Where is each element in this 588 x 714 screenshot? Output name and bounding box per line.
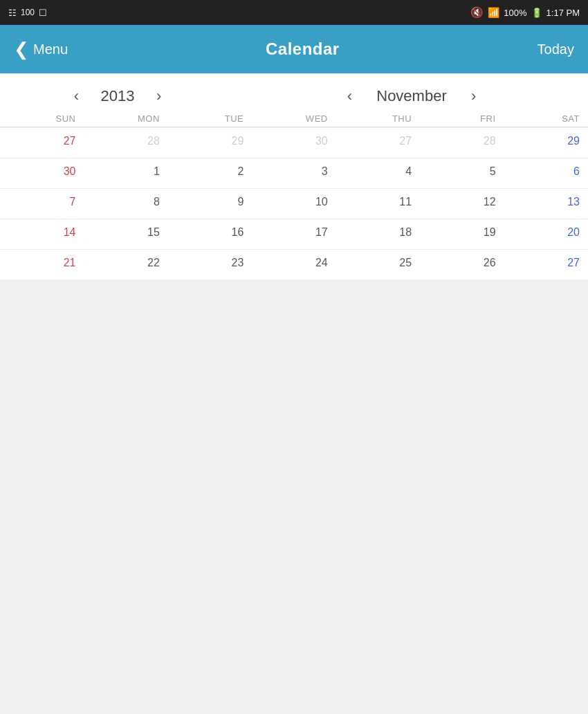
cal-cell[interactable]: 6 bbox=[504, 158, 588, 188]
cal-cell[interactable]: 24 bbox=[252, 249, 336, 280]
cal-cell[interactable]: 30 bbox=[252, 127, 336, 158]
cal-cell[interactable]: 10 bbox=[252, 188, 336, 219]
day-header-sun: SUN bbox=[0, 113, 84, 124]
year-label: 2013 bbox=[97, 87, 138, 105]
year-nav: ‹ 2013 › bbox=[0, 84, 235, 108]
cal-cell[interactable]: 23 bbox=[168, 249, 252, 280]
cal-cell[interactable]: 19 bbox=[420, 219, 504, 249]
muted-icon: 🔇 bbox=[470, 6, 484, 19]
month-label: November bbox=[370, 87, 453, 105]
cal-cell[interactable]: 28 bbox=[420, 127, 504, 158]
cal-cell[interactable]: 27 bbox=[336, 127, 420, 158]
cal-cell[interactable]: 20 bbox=[504, 219, 588, 249]
cal-cell[interactable]: 18 bbox=[336, 219, 420, 249]
cal-cell[interactable]: 12 bbox=[420, 188, 504, 219]
status-right-icons: 🔇 📶 100% 🔋 1:17 PM bbox=[470, 6, 580, 19]
time-display: 1:17 PM bbox=[546, 8, 580, 18]
prev-month-button[interactable]: ‹ bbox=[340, 84, 359, 108]
cal-cell[interactable]: 29 bbox=[168, 127, 252, 158]
wifi-icon: 📶 bbox=[488, 7, 499, 18]
status-bar: ☷ 100 ☐ 🔇 📶 100% 🔋 1:17 PM bbox=[0, 0, 588, 25]
today-button[interactable]: Today bbox=[538, 42, 574, 57]
cal-cell[interactable]: 2 bbox=[168, 158, 252, 188]
cal-cell[interactable]: 28 bbox=[84, 127, 167, 158]
cal-cell[interactable]: 14 bbox=[0, 219, 84, 249]
cal-cell[interactable]: 21 bbox=[0, 249, 84, 280]
menu-label[interactable]: Menu bbox=[33, 42, 68, 57]
cal-cell[interactable]: 27 bbox=[504, 249, 588, 280]
battery-label: 100% bbox=[504, 8, 526, 18]
cal-cell[interactable]: 30 bbox=[0, 158, 84, 188]
calendar-grid: 2728293027282930123456789101112131415161… bbox=[0, 127, 588, 280]
day-header-sat: SAT bbox=[504, 113, 588, 124]
cal-cell[interactable]: 22 bbox=[84, 249, 167, 280]
next-month-button[interactable]: › bbox=[464, 84, 483, 108]
cal-cell[interactable]: 15 bbox=[84, 219, 167, 249]
cal-cell[interactable]: 13 bbox=[504, 188, 588, 219]
cal-cell[interactable]: 8 bbox=[84, 188, 167, 219]
cal-cell[interactable]: 5 bbox=[420, 158, 504, 188]
cal-cell[interactable]: 17 bbox=[252, 219, 336, 249]
battery-icon: 🔋 bbox=[531, 8, 542, 18]
back-button[interactable]: ❮ Menu bbox=[14, 39, 68, 60]
day-header-tue: TUE bbox=[168, 113, 252, 124]
day-headers: SUNMONTUEWEDTHUFRISAT bbox=[0, 113, 588, 127]
status-left-icons: ☷ 100 ☐ bbox=[8, 8, 47, 18]
day-header-wed: WED bbox=[252, 113, 336, 124]
next-year-button[interactable]: › bbox=[149, 84, 168, 108]
back-arrow-icon: ❮ bbox=[14, 39, 29, 60]
cal-cell[interactable]: 4 bbox=[336, 158, 420, 188]
nav-row: ‹ 2013 › ‹ November › bbox=[0, 73, 588, 113]
day-header-fri: FRI bbox=[420, 113, 504, 124]
signal-bars-icon: 100 bbox=[21, 8, 35, 17]
cal-cell[interactable]: 1 bbox=[84, 158, 167, 188]
cal-cell[interactable]: 16 bbox=[168, 219, 252, 249]
page-title: Calendar bbox=[266, 39, 340, 59]
cal-cell[interactable]: 26 bbox=[420, 249, 504, 280]
cal-cell[interactable]: 3 bbox=[252, 158, 336, 188]
day-header-mon: MON bbox=[84, 113, 167, 124]
nav-bar: ❮ Menu Calendar Today bbox=[0, 25, 588, 73]
month-nav: ‹ November › bbox=[235, 84, 588, 108]
cal-cell[interactable]: 29 bbox=[504, 127, 588, 158]
day-header-thu: THU bbox=[336, 113, 420, 124]
usb-icon: ☷ bbox=[8, 8, 17, 18]
cal-cell[interactable]: 11 bbox=[336, 188, 420, 219]
cal-cell[interactable]: 27 bbox=[0, 127, 84, 158]
calendar-container: ‹ 2013 › ‹ November › SUNMONTUEWEDTHUFRI… bbox=[0, 73, 588, 280]
cal-cell[interactable]: 7 bbox=[0, 188, 84, 219]
nfc-icon: ☐ bbox=[39, 8, 47, 18]
cal-cell[interactable]: 9 bbox=[168, 188, 252, 219]
cal-cell[interactable]: 25 bbox=[336, 249, 420, 280]
prev-year-button[interactable]: ‹ bbox=[67, 84, 86, 108]
